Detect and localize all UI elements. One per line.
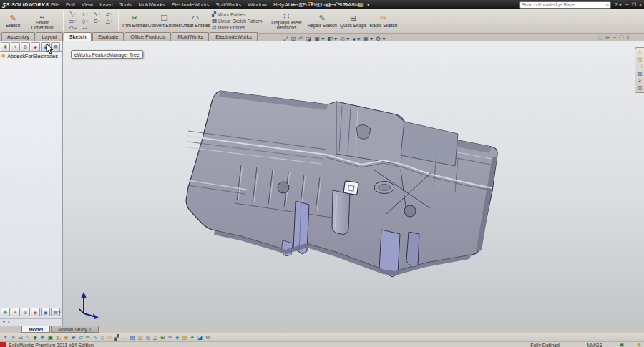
- filter-note-icon[interactable]: ▥: [138, 335, 143, 341]
- view-orientation-icon[interactable]: ▣ ▾: [314, 36, 324, 42]
- graphics-viewport[interactable]: ⌂▤❒▦◕▥: [63, 41, 644, 326]
- quick-tips-icon[interactable]: ◆: [638, 342, 641, 347]
- sketch-button[interactable]: ✎ Sketch: [1, 10, 24, 33]
- spline-tool-icon[interactable]: ∿▾: [91, 11, 103, 17]
- view-palette-icon[interactable]: ▦: [637, 71, 643, 77]
- filter-annotation-icon[interactable]: ▤: [130, 335, 135, 341]
- zoom-to-area-icon[interactable]: ⊞: [291, 36, 296, 42]
- filter-edges-icon[interactable]: ❖: [40, 335, 45, 341]
- close-doc-button[interactable]: ×: [626, 35, 629, 40]
- linear-sketch-pattern-button[interactable]: ▦ Linear Sketch Pattern: [212, 18, 263, 24]
- filter-misc-icon[interactable]: ⚙: [205, 335, 210, 341]
- zoom-to-fit-icon[interactable]: ⤢: [283, 36, 288, 42]
- polygon-tool-icon[interactable]: △▾: [103, 19, 115, 24]
- propertymanager-tab[interactable]: ✦: [11, 308, 20, 316]
- tree-filter-bar[interactable]: ▼ ▾: [0, 318, 62, 324]
- dimxpertmanager-tab[interactable]: ◈: [31, 308, 40, 316]
- filter-datum-icon[interactable]: ⊞: [160, 335, 165, 341]
- menu-item[interactable]: MoldWorks: [138, 1, 165, 8]
- featuremanager-tree-tab[interactable]: ❖: [1, 42, 10, 51]
- restore-button[interactable]: ❐: [632, 2, 636, 7]
- displaymanager-tab[interactable]: ◉: [41, 308, 50, 316]
- menu-item[interactable]: View: [82, 1, 93, 8]
- menu-item[interactable]: SplitWorks: [216, 1, 242, 8]
- filter-balloon-icon[interactable]: ◎: [146, 335, 151, 341]
- filter-sketch-segment-icon[interactable]: ∿: [93, 335, 97, 341]
- filter-solid-icon[interactable]: ◉: [64, 335, 69, 341]
- unit-system[interactable]: MMGS: [587, 343, 602, 347]
- menu-item[interactable]: Insert: [99, 1, 113, 8]
- tab-overflow-button[interactable]: »: [57, 310, 62, 315]
- ribbon-tab[interactable]: Sketch: [64, 32, 92, 41]
- study-tab[interactable]: Motion Study 1: [51, 326, 99, 333]
- filter-funnel-icon[interactable]: ▼: [1, 319, 6, 324]
- options-icon[interactable]: ▾: [367, 2, 370, 8]
- section-view-icon[interactable]: ◪: [306, 36, 312, 42]
- ribbon-tab[interactable]: Layout: [36, 32, 63, 41]
- study-tab[interactable]: Model: [21, 326, 50, 333]
- line-tool-icon[interactable]: ╲▾: [67, 11, 79, 17]
- search-caret-icon[interactable]: ▾: [607, 3, 609, 7]
- design-library-icon[interactable]: ▤: [637, 57, 643, 62]
- ribbon-tab[interactable]: Evaluate: [92, 32, 124, 41]
- pointer-filter-icon[interactable]: ➤: [11, 335, 15, 341]
- search-box[interactable]: ⌕ ▾: [519, 1, 611, 9]
- select-box-filter-icon[interactable]: ⊡: [19, 335, 23, 341]
- dimxpertmanager-tab[interactable]: ◈: [31, 42, 40, 51]
- minimize-doc-button[interactable]: ─: [613, 35, 616, 40]
- mirror-entities-button[interactable]: ▞ Mirror Entities: [212, 11, 263, 17]
- cad-model-3d-view[interactable]: [63, 41, 644, 326]
- tile-window-icon[interactable]: ⊞: [605, 35, 610, 40]
- menu-item[interactable]: Tools: [119, 1, 132, 8]
- filter-centerline-icon[interactable]: ▞: [114, 335, 119, 341]
- filter-route-icon[interactable]: ◪: [197, 335, 203, 341]
- circle-tool-icon[interactable]: ○▾: [79, 11, 91, 17]
- filter-surface-finish-icon[interactable]: ✂: [167, 335, 172, 341]
- edit-appearance-icon[interactable]: ◕ ▾: [352, 36, 360, 42]
- filter-surface-icon[interactable]: ◧: [56, 335, 61, 341]
- ribbon-tab[interactable]: ElectrodeWorks: [210, 32, 258, 41]
- ribbon-tab[interactable]: Office Products: [125, 32, 171, 41]
- filter-weld-icon[interactable]: △: [153, 335, 157, 341]
- arc-tool-icon[interactable]: ◠▾: [67, 26, 79, 31]
- filter-axis-icon[interactable]: ⊕: [72, 335, 76, 341]
- rapid-sketch-button[interactable]: ✏ Rapid Sketch: [369, 10, 397, 33]
- wand-filter-icon[interactable]: ✎: [26, 335, 30, 341]
- move-entities-button[interactable]: ⇄ Move Entities: [212, 25, 263, 31]
- rectangle-tool-icon[interactable]: ▭▾: [67, 19, 79, 24]
- trim-entities-button[interactable]: ✂ Trim Entities: [122, 10, 147, 33]
- ribbon-tab[interactable]: Assembly: [1, 32, 35, 41]
- repair-sketch-button[interactable]: ✎ Repair Sketch: [307, 10, 336, 33]
- filter-dimension-icon[interactable]: ↔: [122, 335, 127, 341]
- file-explorer-icon[interactable]: ❒: [637, 64, 642, 69]
- display-style-icon[interactable]: ◧ ▾: [327, 36, 337, 42]
- menu-item[interactable]: Edit: [66, 1, 75, 8]
- appearances-icon[interactable]: ◕: [638, 78, 642, 84]
- apply-scene-icon[interactable]: ▦ ▾: [363, 36, 373, 42]
- configurationmanager-tab[interactable]: ⚙: [21, 42, 30, 51]
- menu-item[interactable]: File: [51, 1, 59, 8]
- ellipse-tool-icon[interactable]: ⊙▾: [91, 19, 103, 24]
- configurationmanager-tab[interactable]: ⚙: [21, 308, 30, 316]
- offset-entities-button[interactable]: ◠ Offset Entities: [181, 10, 210, 33]
- sketch-picture-tool-icon[interactable]: ▱▾: [103, 11, 115, 17]
- restore-doc-button[interactable]: ❐: [619, 35, 623, 40]
- view-settings-icon[interactable]: ⚙ ▾: [376, 36, 385, 42]
- filter-connection-icon[interactable]: ✦: [190, 335, 195, 341]
- minimize-button[interactable]: ─: [625, 2, 629, 7]
- menu-item[interactable]: Window: [248, 1, 267, 8]
- help-button[interactable]: ? ▾: [615, 1, 622, 8]
- filter-cosmetic-thread-icon[interactable]: ◈: [175, 335, 180, 341]
- propertymanager-tab[interactable]: ✦: [11, 42, 20, 51]
- ribbon-tab[interactable]: MoldWorks: [172, 32, 209, 41]
- slot-tool-icon[interactable]: ◇▾: [79, 19, 91, 24]
- filter-centermark-icon[interactable]: ⊙: [107, 335, 112, 341]
- point-tool-icon[interactable]: •▾: [79, 26, 91, 31]
- hide-show-items-icon[interactable]: ◎ ▾: [340, 36, 349, 42]
- filter-caret-icon[interactable]: ▾: [8, 320, 10, 324]
- quick-snaps-button[interactable]: ⊞ Quick Snaps: [340, 10, 366, 33]
- solidworks-resources-icon[interactable]: ⌂: [638, 49, 642, 55]
- filter-midpoint-icon[interactable]: ◇: [100, 335, 104, 341]
- filter-faces-icon[interactable]: ▣: [48, 335, 53, 341]
- menu-item[interactable]: Help: [273, 1, 284, 8]
